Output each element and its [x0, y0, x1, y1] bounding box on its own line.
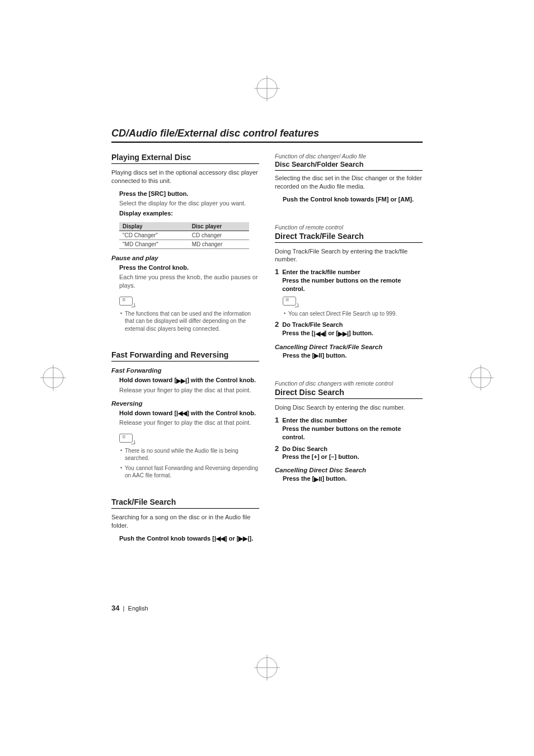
- content-area: CD/Audio file/External disc control feat…: [111, 128, 423, 547]
- text-fragment: Hold down toward [: [119, 410, 176, 416]
- crop-mark-bottom: [0, 644, 534, 756]
- table-cell: "CD Changer": [119, 231, 189, 240]
- text-fragment: ] or [: [325, 330, 338, 336]
- label: Display examples:: [119, 209, 259, 218]
- two-column-layout: Playing External Disc Playing discs set …: [111, 153, 423, 547]
- body-text: Playing discs set in the optional access…: [111, 168, 259, 185]
- table-header: Disc player: [189, 222, 250, 231]
- body-text: Release your finger to play the disc at …: [119, 386, 259, 395]
- prev-track-icon: |◀◀: [313, 330, 324, 338]
- function-note: Function of remote control: [275, 224, 423, 231]
- display-table: Display Disc player "CD Changer" CD chan…: [119, 222, 249, 249]
- next-track-icon: ▶▶|: [338, 330, 349, 338]
- step-number: 2: [275, 321, 279, 328]
- section-heading: Fast Forwarding and Reversing: [111, 350, 259, 361]
- text-fragment: ] or [: [225, 535, 238, 542]
- body-text: Select the display for the disc player y…: [119, 199, 259, 208]
- note-icon: [283, 297, 296, 306]
- crop-mark-right: [439, 344, 512, 411]
- step-title: Do Track/File Search: [282, 321, 423, 329]
- footer-language: English: [128, 605, 148, 612]
- text-fragment: ] button.: [349, 330, 373, 336]
- table-cell: "MD Changer": [119, 240, 189, 249]
- instruction: Press the [|◀◀] or [▶▶|] button.: [282, 329, 423, 338]
- page-title: CD/Audio file/External disc control feat…: [111, 128, 423, 143]
- step-title: Enter the track/file number: [282, 268, 423, 276]
- text-fragment: ] button.: [322, 352, 346, 359]
- text-fragment: ].: [250, 535, 254, 542]
- section-heading: Track/File Search: [111, 497, 259, 509]
- sub-heading: Pause and play: [111, 255, 259, 261]
- sub-heading: Reversing: [111, 400, 259, 407]
- instruction: Press the number buttons on the remote c…: [282, 425, 423, 442]
- function-note: Function of disc changers with remote co…: [275, 380, 423, 387]
- note-item: You can select Direct File Search up to …: [284, 310, 423, 318]
- text-fragment: Push the Control knob towards [: [119, 535, 214, 542]
- section-heading: Disc Search/Folder Search: [275, 161, 423, 171]
- table-row: "CD Changer" CD changer: [119, 231, 249, 240]
- next-track-icon: ▶▶|: [176, 377, 187, 385]
- sub-heading: Cancelling Direct Track/File Search: [275, 344, 423, 350]
- step-number: 1: [275, 416, 279, 424]
- table-cell: CD changer: [189, 231, 250, 240]
- text-fragment: Press the [: [283, 352, 314, 359]
- body-text: Selecting the disc set in the Disc chang…: [275, 174, 423, 191]
- sub-heading: Cancelling Direct Disc Search: [275, 467, 423, 473]
- right-column: Function of disc changer/ Audio file Dis…: [275, 153, 423, 547]
- instruction: Hold down toward [▶▶|] with the Control …: [119, 376, 259, 385]
- crop-mark-left: [22, 344, 95, 411]
- note-item: You cannot fast Forwarding and Reversing…: [120, 464, 259, 480]
- step: 2 Do Track/File Search Press the [|◀◀] o…: [275, 321, 423, 337]
- body-text: Each time you press the knob, the audio …: [119, 273, 259, 290]
- step: 1 Enter the track/file number Press the …: [275, 268, 423, 293]
- step-title: Enter the disc number: [282, 416, 423, 425]
- play-pause-icon: ▶II: [314, 475, 322, 483]
- step-number: 2: [275, 445, 279, 452]
- table-row: "MD Changer" MD changer: [119, 240, 249, 249]
- section-heading: Playing External Disc: [111, 153, 259, 164]
- page-number: 34: [111, 604, 119, 612]
- note-item: The functions that can be used and the i…: [120, 310, 259, 333]
- instruction: Press the Control knob.: [119, 264, 259, 272]
- text-fragment: ] button.: [322, 475, 346, 482]
- step: 1 Enter the disc number Press the number…: [275, 416, 423, 442]
- text-fragment: Hold down toward [: [119, 377, 176, 383]
- text-fragment: Press the [: [282, 330, 313, 336]
- section-heading: Direct Track/File Search: [275, 232, 423, 243]
- table-cell: MD changer: [189, 240, 250, 249]
- crop-mark-top: [0, 0, 534, 112]
- play-pause-icon: ▶II: [314, 351, 322, 360]
- prev-track-icon: |◀◀: [214, 534, 225, 543]
- note-icon: [119, 297, 133, 306]
- instruction: Press the [▶II] button.: [283, 475, 423, 483]
- note-list: There is no sound while the Audio file i…: [120, 447, 259, 480]
- instruction: Push the Control knob towards [|◀◀] or […: [119, 534, 259, 543]
- footer-separator: |: [121, 605, 128, 612]
- body-text: Doing Disc Search by entering the disc n…: [275, 403, 423, 412]
- text-fragment: ] with the Control knob.: [187, 410, 256, 416]
- text-fragment: Press the [: [283, 475, 314, 482]
- page: CD/Audio file/External disc control feat…: [0, 0, 534, 756]
- body-text: Doing Track/File Search by entering the …: [275, 247, 423, 264]
- instruction: Press the [SRC] button.: [119, 190, 259, 198]
- step-title: Do Disc Search: [282, 445, 423, 453]
- table-row: Display Disc player: [119, 222, 249, 231]
- note-icon: [119, 434, 133, 443]
- note-item: There is no sound while the Audio file i…: [120, 447, 259, 462]
- step-number: 1: [275, 268, 279, 275]
- instruction: Press the number buttons on the remote c…: [282, 276, 423, 293]
- sub-heading: Fast Forwarding: [111, 367, 259, 374]
- next-track-icon: ▶▶|: [238, 534, 249, 543]
- section-heading: Direct Disc Search: [275, 388, 423, 399]
- function-note: Function of disc changer/ Audio file: [275, 153, 423, 159]
- text-fragment: ] with the Control knob.: [187, 377, 256, 383]
- body-text: Release your finger to play the disc at …: [119, 419, 259, 427]
- note-list: The functions that can be used and the i…: [120, 310, 259, 333]
- step: 2 Do Disc Search Press the [+] or [–] bu…: [275, 445, 423, 462]
- note-list: You can select Direct File Search up to …: [284, 310, 423, 318]
- instruction: Press the [+] or [–] button.: [282, 453, 423, 461]
- page-footer: 34 | English: [111, 604, 148, 612]
- prev-track-icon: |◀◀: [176, 409, 187, 417]
- table-header: Display: [119, 222, 189, 231]
- instruction: Press the [▶II] button.: [283, 351, 423, 360]
